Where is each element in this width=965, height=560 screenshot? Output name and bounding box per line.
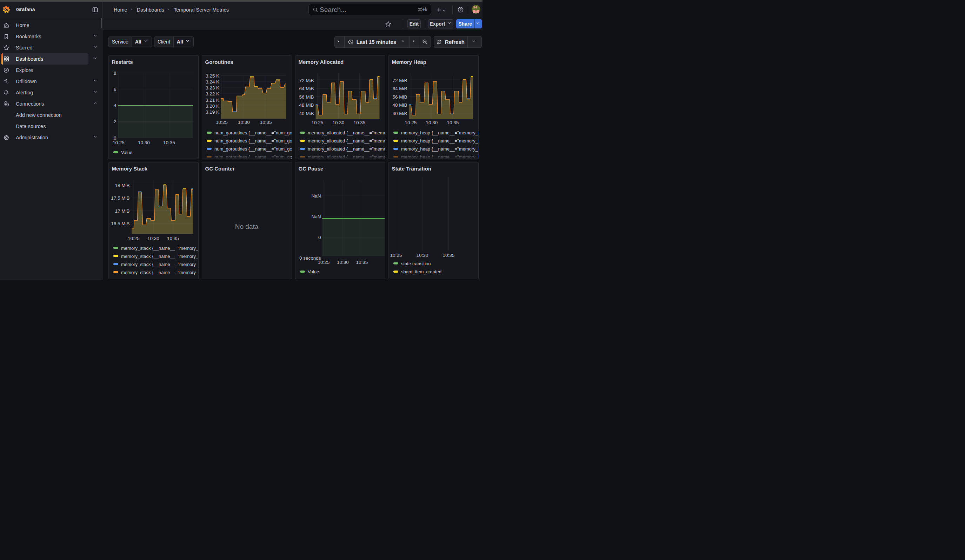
svg-text:10:25: 10:25 <box>317 260 329 265</box>
svg-text:Value: Value <box>308 269 319 274</box>
svg-text:memory_stack {__name__="memory: memory_stack {__name__="memory_st <box>121 254 199 259</box>
svg-text:10:35: 10:35 <box>353 120 365 125</box>
svg-text:48 MiB: 48 MiB <box>392 103 407 108</box>
svg-text:3.21 K: 3.21 K <box>205 98 219 103</box>
svg-text:3.25 K: 3.25 K <box>205 73 219 78</box>
svg-text:10:35: 10:35 <box>443 253 455 258</box>
svg-text:3.20 K: 3.20 K <box>205 103 219 109</box>
svg-text:0: 0 <box>318 235 321 240</box>
svg-text:56 MiB: 56 MiB <box>299 95 314 100</box>
svg-text:10:25: 10:25 <box>128 236 140 241</box>
svg-text:shard_item_created: shard_item_created <box>401 269 442 274</box>
svg-text:17.5 MiB: 17.5 MiB <box>111 196 129 201</box>
svg-text:10:30: 10:30 <box>426 120 438 125</box>
svg-text:56 MiB: 56 MiB <box>392 95 407 100</box>
svg-text:num_goroutines {__name__="num_: num_goroutines {__name__="num_gorou <box>214 146 292 152</box>
svg-text:10:30: 10:30 <box>138 140 150 145</box>
svg-text:10:30: 10:30 <box>238 120 250 125</box>
svg-text:num_goroutines {__name__="num_: num_goroutines {__name__="num_gorou <box>214 138 292 144</box>
svg-text:memory_stack {__name__="memory: memory_stack {__name__="memory_st <box>121 270 199 275</box>
svg-text:memory_allocated {__name__="me: memory_allocated {__name__="memor <box>308 130 385 136</box>
svg-text:18 MiB: 18 MiB <box>115 183 129 188</box>
svg-text:10:25: 10:25 <box>405 120 417 125</box>
svg-text:memory_stack {__name__="memory: memory_stack {__name__="memory_st <box>121 246 199 251</box>
svg-text:state transition: state transition <box>401 261 431 266</box>
svg-text:memory_heap {__name__="memory_: memory_heap {__name__="memory_he <box>401 130 479 136</box>
svg-text:64 MiB: 64 MiB <box>299 86 314 91</box>
svg-text:memory_stack {__name__="memory: memory_stack {__name__="memory_st <box>121 262 199 267</box>
svg-text:memory_allocated {__name__="me: memory_allocated {__name__="memor <box>308 146 385 152</box>
svg-text:3.23 K: 3.23 K <box>205 85 219 90</box>
svg-text:memory_heap {__name__="memory_: memory_heap {__name__="memory_he <box>401 146 479 152</box>
svg-text:3.24 K: 3.24 K <box>205 79 219 85</box>
svg-text:40 MiB: 40 MiB <box>299 111 314 116</box>
svg-text:16.5 MiB: 16.5 MiB <box>111 221 129 226</box>
svg-text:48 MiB: 48 MiB <box>299 103 314 108</box>
svg-text:10:30: 10:30 <box>147 236 159 241</box>
svg-text:memory_heap {__name__="memory_: memory_heap {__name__="memory_he <box>401 138 479 144</box>
svg-text:72 MiB: 72 MiB <box>299 78 314 83</box>
svg-text:10:25: 10:25 <box>113 140 124 145</box>
svg-text:2: 2 <box>113 119 116 124</box>
svg-text:10:30: 10:30 <box>416 253 428 258</box>
svg-text:10:35: 10:35 <box>447 120 459 125</box>
svg-text:10:35: 10:35 <box>356 260 368 265</box>
svg-text:memory_allocated {__name__="me: memory_allocated {__name__="memor <box>308 138 385 144</box>
svg-text:10:30: 10:30 <box>332 120 344 125</box>
svg-text:64 MiB: 64 MiB <box>392 86 407 91</box>
svg-text:10:25: 10:25 <box>390 253 402 258</box>
svg-text:10:35: 10:35 <box>167 236 179 241</box>
svg-text:10:25: 10:25 <box>311 120 323 125</box>
svg-text:NaN: NaN <box>311 214 321 219</box>
svg-text:10:30: 10:30 <box>337 260 349 265</box>
svg-text:10:35: 10:35 <box>260 120 272 125</box>
svg-text:6: 6 <box>113 87 116 92</box>
svg-text:10:25: 10:25 <box>216 120 228 125</box>
svg-text:3.22 K: 3.22 K <box>205 91 219 96</box>
svg-text:40 MiB: 40 MiB <box>392 111 407 116</box>
svg-text:NaN: NaN <box>311 193 321 199</box>
svg-text:4: 4 <box>113 103 116 108</box>
svg-text:Value: Value <box>121 150 132 155</box>
svg-text:10:35: 10:35 <box>163 140 175 145</box>
svg-text:17 MiB: 17 MiB <box>115 208 129 214</box>
svg-text:num_goroutines {__name__="num_: num_goroutines {__name__="num_gorou <box>214 130 292 136</box>
svg-text:72 MiB: 72 MiB <box>392 78 407 83</box>
svg-text:3.19 K: 3.19 K <box>205 109 219 115</box>
svg-text:8: 8 <box>113 70 116 76</box>
